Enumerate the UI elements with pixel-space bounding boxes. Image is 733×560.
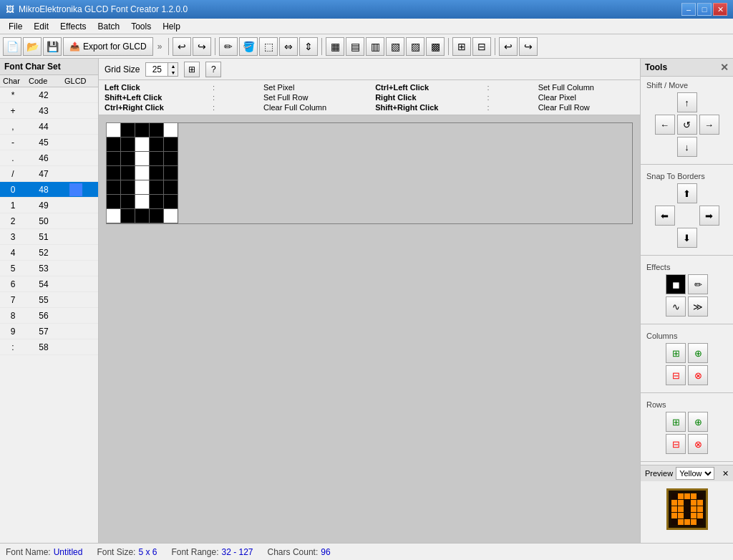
spinner-down[interactable]: ▼ [168,69,178,76]
pixel-grid[interactable] [106,122,633,224]
minimize-button[interactable]: – [681,3,696,16]
char-row[interactable]: 6 54 [0,276,98,292]
char-list[interactable]: * 42 + 43 , 44 - 45 . 46 / 47 0 48 [0,87,98,543]
toolbar-select[interactable]: ⬚ [259,37,278,56]
spinner-up[interactable]: ▲ [168,63,178,69]
toolbar-t4[interactable]: ▧ [386,37,404,56]
pixel-cell[interactable] [107,152,121,166]
char-row[interactable]: . 46 [0,150,98,166]
toolbar-new[interactable]: 📄 [3,37,21,56]
pixel-cell[interactable] [135,152,150,166]
toolbar-redo2[interactable]: ↪ [519,37,538,56]
pixel-cell[interactable] [150,137,164,152]
row-remove-bottom[interactable]: ⊗ [688,434,708,454]
char-row[interactable]: 9 57 [0,324,98,339]
pixel-cell[interactable] [164,152,178,166]
pixel-cell[interactable] [164,137,178,152]
pixel-cell[interactable] [121,123,135,137]
pixel-cell[interactable] [121,195,135,209]
pixel-cell[interactable] [107,123,121,137]
pixel-cell[interactable] [107,209,121,223]
toolbar-save[interactable]: 💾 [43,37,62,56]
effect-fill-black[interactable]: ◼ [666,274,686,294]
tools-close-button[interactable]: ✕ [720,62,729,73]
toolbar-t2[interactable]: ▤ [346,37,364,56]
pixel-cell[interactable] [150,152,164,166]
char-row[interactable]: * 42 [0,87,98,103]
maximize-button[interactable]: □ [697,3,712,16]
shift-left-button[interactable]: ← [655,115,675,135]
char-row[interactable]: 1 49 [0,198,98,213]
menu-tools[interactable]: Tools [125,20,157,33]
toolbar-undo2[interactable]: ↩ [499,37,518,56]
preview-close-button[interactable]: ✕ [722,469,729,478]
effect-wave[interactable]: ∿ [666,296,686,317]
pixel-cell[interactable] [164,166,178,180]
toolbar-t6[interactable]: ▩ [426,37,445,56]
toolbar-open[interactable]: 📂 [23,37,42,56]
col-remove-right[interactable]: ⊗ [688,365,708,385]
pixel-cell[interactable] [150,123,164,137]
effect-scroll[interactable]: ≫ [688,296,708,317]
char-row[interactable]: 4 52 [0,245,98,261]
pixel-cell[interactable] [121,180,135,195]
pixel-cell[interactable] [135,195,150,209]
pixel-cell[interactable] [135,137,150,152]
shift-up-button[interactable]: ↑ [677,92,697,112]
menu-file[interactable]: File [3,20,28,33]
pixel-cell[interactable] [135,209,150,223]
pixel-cell[interactable] [135,180,150,195]
pixel-cell[interactable] [164,195,178,209]
char-row[interactable]: 3 51 [0,229,98,245]
toolbar-t8[interactable]: ⊟ [472,37,491,56]
pixel-cell[interactable] [135,166,150,180]
pixel-cell[interactable] [150,180,164,195]
menu-edit[interactable]: Edit [28,20,54,33]
row-add-top[interactable]: ⊞ [666,412,686,432]
col-add-right[interactable]: ⊕ [688,343,708,363]
canvas-area[interactable] [99,115,640,543]
char-row[interactable]: , 44 [0,119,98,135]
snap-bottom-button[interactable]: ⬇ [677,228,697,248]
pixel-cell[interactable] [150,166,164,180]
char-row[interactable]: - 45 [0,135,98,150]
pixel-cell[interactable] [164,209,178,223]
pixel-cell[interactable] [164,123,178,137]
grid-size-input[interactable] [146,63,168,76]
toolbar-mirror-h[interactable]: ⇔ [279,37,298,56]
pixel-cell[interactable] [164,180,178,195]
toolbar-fill[interactable]: 🪣 [239,37,258,56]
menu-help[interactable]: Help [157,20,186,33]
menu-batch[interactable]: Batch [92,20,126,33]
pixel-cell[interactable] [107,195,121,209]
toolbar-t1[interactable]: ▦ [326,37,344,56]
close-button[interactable]: ✕ [713,3,727,16]
toolbar-t7[interactable]: ⊞ [452,37,471,56]
row-remove-top[interactable]: ⊟ [666,434,686,454]
preview-color-select[interactable]: Yellow Green White Blue [676,467,714,480]
char-row[interactable]: : 58 [0,339,98,355]
snap-top-button[interactable]: ⬆ [677,183,697,203]
char-row[interactable]: / 47 [0,166,98,182]
grid-help-button[interactable]: ? [205,62,221,77]
snap-left-button[interactable]: ⬅ [655,206,675,226]
menu-effects[interactable]: Effects [54,20,92,33]
snap-right-button[interactable]: ➡ [699,206,719,226]
char-row[interactable]: + 43 [0,103,98,119]
pixel-cell[interactable] [150,209,164,223]
char-row[interactable]: 5 53 [0,261,98,276]
grid-toggle-button[interactable]: ⊞ [184,62,200,77]
shift-down-button[interactable]: ↓ [677,137,697,157]
char-row[interactable]: 8 56 [0,308,98,324]
pixel-cell[interactable] [121,209,135,223]
shift-right-button[interactable]: → [699,115,719,135]
pixel-cell[interactable] [107,166,121,180]
pixel-cell[interactable] [150,195,164,209]
rotate-button[interactable]: ↺ [677,115,697,135]
toolbar-t5[interactable]: ▨ [406,37,424,56]
export-button[interactable]: 📤 Export for GLCD [63,37,153,56]
toolbar-t3[interactable]: ▥ [366,37,384,56]
char-row[interactable]: 7 55 [0,292,98,308]
toolbar-mirror-v[interactable]: ⇕ [299,37,318,56]
row-add-bottom[interactable]: ⊕ [688,412,708,432]
